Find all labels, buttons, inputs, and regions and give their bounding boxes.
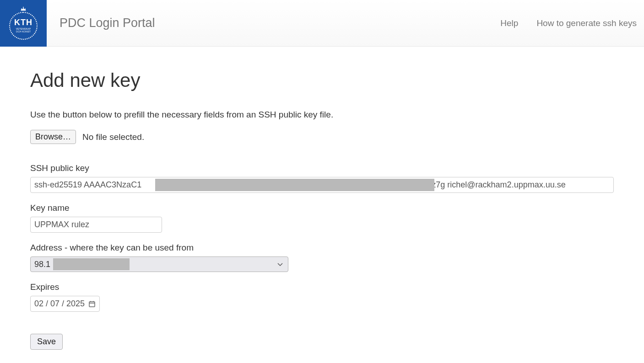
key-name-group: Key name bbox=[30, 203, 614, 233]
kth-logo-sub: VETENSKAP OCH KONST bbox=[16, 27, 31, 33]
kth-logo-circle: KTH VETENSKAP OCH KONST bbox=[9, 12, 38, 39]
browse-button[interactable]: Browse… bbox=[30, 130, 76, 144]
save-button[interactable]: Save bbox=[30, 334, 63, 350]
nav-howto[interactable]: How to generate ssh keys bbox=[536, 18, 637, 28]
nav-help[interactable]: Help bbox=[500, 18, 518, 28]
kth-logo-inner: KTH VETENSKAP OCH KONST bbox=[7, 7, 40, 40]
instruction-text: Use the button below to prefill the nece… bbox=[30, 110, 614, 120]
page-title: Add new key bbox=[30, 69, 614, 91]
ssh-key-group: SSH public key bbox=[30, 163, 614, 193]
file-picker-row: Browse… No file selected. bbox=[30, 130, 614, 144]
key-name-input[interactable] bbox=[30, 217, 162, 233]
key-name-label: Key name bbox=[30, 203, 614, 213]
file-status-text: No file selected. bbox=[82, 132, 144, 142]
crown-icon bbox=[20, 7, 27, 11]
header-bar: KTH VETENSKAP OCH KONST PDC Login Portal… bbox=[0, 0, 644, 47]
brand-title[interactable]: PDC Login Portal bbox=[60, 16, 155, 30]
main-content: Add new key Use the button below to pref… bbox=[0, 47, 644, 363]
expires-date-value: 02 / 07 / 2025 bbox=[34, 299, 85, 309]
ssh-key-label: SSH public key bbox=[30, 163, 614, 173]
expires-group: Expires 02 / 07 / 2025 bbox=[30, 282, 614, 312]
address-select[interactable]: 98.1 bbox=[30, 256, 288, 272]
kth-logo-text: KTH bbox=[14, 18, 32, 27]
calendar-icon bbox=[88, 300, 96, 308]
svg-rect-1 bbox=[89, 302, 95, 307]
address-group: Address - where the key can be used from… bbox=[30, 243, 614, 272]
svg-point-0 bbox=[23, 7, 24, 8]
kth-logo[interactable]: KTH VETENSKAP OCH KONST bbox=[0, 0, 47, 47]
expires-date-input[interactable]: 02 / 07 / 2025 bbox=[30, 296, 100, 312]
expires-label: Expires bbox=[30, 282, 614, 292]
ssh-key-input[interactable] bbox=[30, 177, 614, 193]
address-label: Address - where the key can be used from bbox=[30, 243, 614, 253]
